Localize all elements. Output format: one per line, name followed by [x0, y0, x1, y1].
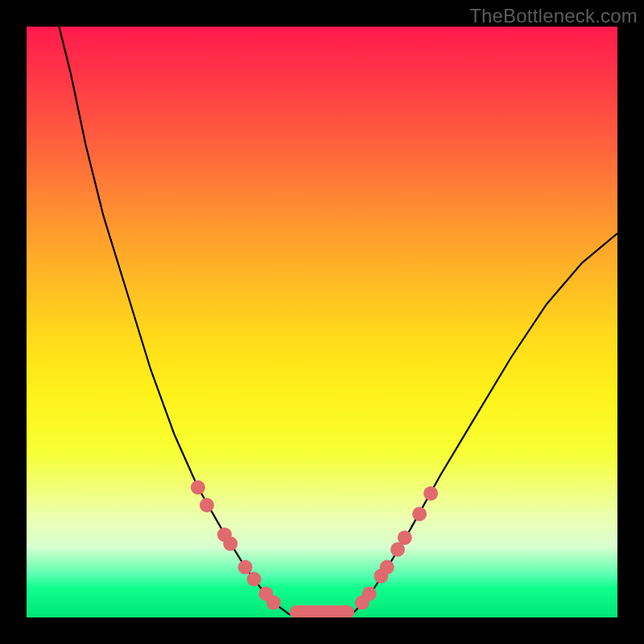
floor-lozenge — [290, 605, 355, 617]
floor-lozenge-shape — [290, 605, 355, 617]
marker-dot — [191, 481, 205, 495]
curve-path — [59, 27, 617, 617]
marker-dot — [380, 560, 394, 575]
watermark-text: TheBottleneck.com — [469, 5, 638, 27]
marker-dot — [238, 560, 253, 575]
marker-dot — [247, 572, 262, 586]
bottleneck-curve — [27, 27, 617, 617]
marker-dot — [223, 536, 237, 551]
marker-group-left — [191, 481, 281, 610]
marker-dot — [200, 498, 214, 513]
marker-group-right — [355, 486, 438, 610]
chart-stage: TheBottleneck.com — [0, 0, 644, 644]
marker-dot — [398, 530, 412, 545]
marker-dot — [266, 596, 281, 610]
marker-dot — [362, 587, 377, 601]
marker-dot — [412, 507, 427, 522]
plot-area — [27, 27, 617, 617]
marker-dot — [423, 486, 438, 501]
